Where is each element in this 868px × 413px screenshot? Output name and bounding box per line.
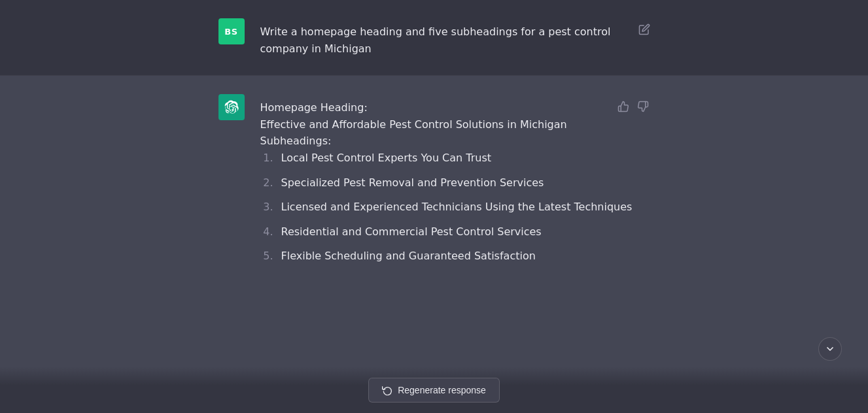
list-item-text: Flexible Scheduling and Guaranteed Satis… bbox=[281, 248, 536, 265]
list-number: 3. bbox=[260, 199, 273, 216]
regenerate-button[interactable]: Regenerate response bbox=[368, 378, 500, 403]
list-item-text: Residential and Commercial Pest Control … bbox=[281, 223, 542, 240]
list-item: 5. Flexible Scheduling and Guaranteed Sa… bbox=[260, 248, 650, 265]
homepage-heading-label: Homepage Heading: bbox=[260, 99, 650, 116]
list-item: 3. Licensed and Experienced Technicians … bbox=[260, 199, 650, 216]
user-message-text: Write a homepage heading and five subhea… bbox=[260, 24, 650, 57]
list-number: 2. bbox=[260, 174, 273, 191]
regenerate-label: Regenerate response bbox=[398, 385, 486, 395]
list-number: 4. bbox=[260, 223, 273, 240]
list-item: 2. Specialized Pest Removal and Preventi… bbox=[260, 174, 650, 191]
list-item: 1. Local Pest Control Experts You Can Tr… bbox=[260, 150, 650, 167]
homepage-heading-value: Effective and Affordable Pest Control So… bbox=[260, 116, 650, 133]
user-message-content: Write a homepage heading and five subhea… bbox=[260, 18, 650, 57]
user-message-block: BS Write a homepage heading and five sub… bbox=[0, 0, 868, 76]
list-number: 1. bbox=[260, 150, 273, 167]
edit-icon[interactable] bbox=[638, 24, 650, 38]
assistant-message-block: Homepage Heading: Effective and Affordab… bbox=[0, 76, 868, 413]
subheadings-label: Subheadings: bbox=[260, 133, 650, 150]
list-number: 5. bbox=[260, 248, 273, 265]
user-avatar: BS bbox=[218, 18, 245, 44]
thumbs-down-button[interactable] bbox=[636, 99, 650, 114]
feedback-icons bbox=[616, 99, 650, 114]
scroll-down-button[interactable] bbox=[818, 337, 842, 361]
list-item-text: Licensed and Experienced Technicians Usi… bbox=[281, 199, 633, 216]
subheadings-list: 1. Local Pest Control Experts You Can Tr… bbox=[260, 150, 650, 265]
assistant-message-content: Homepage Heading: Effective and Affordab… bbox=[260, 94, 650, 273]
bottom-bar: Regenerate response bbox=[0, 367, 868, 413]
list-item-text: Specialized Pest Removal and Prevention … bbox=[281, 174, 544, 191]
assistant-avatar bbox=[218, 94, 245, 120]
chat-container: BS Write a homepage heading and five sub… bbox=[0, 0, 868, 413]
thumbs-up-button[interactable] bbox=[616, 99, 631, 114]
list-item: 4. Residential and Commercial Pest Contr… bbox=[260, 223, 650, 240]
list-item-text: Local Pest Control Experts You Can Trust bbox=[281, 150, 492, 167]
